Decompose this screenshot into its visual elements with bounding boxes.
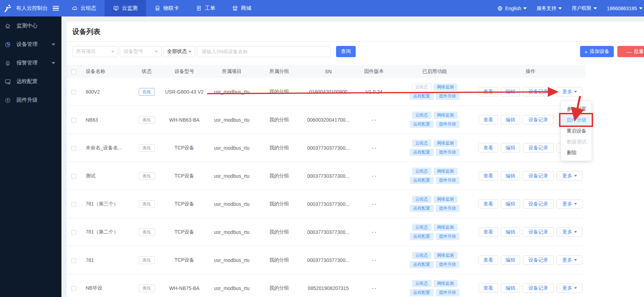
device-record-button[interactable]: 设备记录: [523, 283, 554, 293]
view-button[interactable]: 查看: [479, 115, 498, 124]
tab-cloud[interactable]: 云组态: [63, 0, 105, 16]
device-record-button[interactable]: 设备记录: [523, 199, 554, 209]
edit-button[interactable]: 编辑: [501, 171, 520, 181]
status-filter-select[interactable]: 全部状态: [163, 46, 195, 57]
row-checkbox[interactable]: [71, 258, 76, 263]
firmware-cell: - -: [355, 117, 393, 123]
more-button[interactable]: 更多: [557, 199, 583, 209]
edit-button[interactable]: 编辑: [501, 87, 520, 96]
features-cell: 云组态网络监测远程配置固件升级: [393, 168, 476, 184]
view-button[interactable]: 查看: [479, 199, 498, 209]
more-button[interactable]: 更多: [557, 283, 583, 293]
model-filter-placeholder: 设备型号: [124, 48, 143, 55]
feature-tag-line: 远程配置固件升级: [410, 93, 460, 100]
sidebar-item-home[interactable]: 监测中心: [0, 16, 61, 35]
device-record-button[interactable]: 设备记录: [523, 227, 554, 237]
view-button[interactable]: 查看: [479, 255, 498, 265]
view-button-label: 查看: [484, 145, 493, 151]
view-button[interactable]: 查看: [479, 171, 498, 181]
group-cell: 我的分组: [256, 173, 302, 179]
tab-store[interactable]: 商城: [224, 0, 260, 16]
row-operations: 查看编辑设备记录更多: [476, 283, 585, 293]
edit-button[interactable]: 编辑: [501, 143, 520, 153]
user-permission-menu[interactable]: 用户权限: [572, 5, 597, 12]
row-checkbox[interactable]: [71, 118, 76, 123]
service-support-menu[interactable]: 服务支持: [537, 5, 562, 12]
sidebar: 监测中心设备管理报警管理远程配置固件升级: [0, 16, 61, 297]
feature-tag: 网络监测: [434, 112, 458, 119]
account-menu[interactable]: 18660863185: [607, 6, 643, 11]
status-badge: 离线: [139, 116, 155, 124]
row-checkbox[interactable]: [71, 146, 76, 151]
device-record-button[interactable]: 设备记录: [523, 87, 554, 96]
ops-cell: 查看编辑设备记录更多: [476, 283, 585, 293]
device-record-button[interactable]: 设备记录: [523, 255, 554, 265]
edit-button[interactable]: 编辑: [501, 115, 520, 124]
device-record-button[interactable]: 设备记录: [523, 143, 554, 153]
tab-sim-card[interactable]: 物联卡: [146, 0, 188, 16]
view-button[interactable]: 查看: [479, 283, 498, 293]
feature-tag-line: 远程配置固件升级: [410, 205, 460, 212]
feature-tag: 云组态: [412, 140, 432, 147]
project-filter-select[interactable]: 所有项目: [72, 46, 118, 57]
device-name-cell: 测试: [81, 173, 132, 179]
row-checkbox[interactable]: [71, 286, 76, 291]
tab-monitor[interactable]: 云监测: [105, 0, 146, 16]
view-button[interactable]: 查看: [479, 227, 498, 237]
caret-down-icon: [52, 62, 55, 64]
model-filter-select[interactable]: 设备型号: [120, 46, 162, 57]
device-record-button-label: 设备记录: [528, 173, 548, 179]
row-select-cell: [67, 229, 81, 235]
row-select-cell: [67, 285, 81, 291]
feature-tag: 云组态: [412, 224, 432, 231]
table-row: 781离线TCP设备usr_modbus_rtu我的分组000377303773…: [67, 246, 585, 274]
device-record-button[interactable]: 设备记录: [523, 171, 554, 181]
dropdown-item[interactable]: 固件升级: [561, 115, 591, 126]
row-checkbox[interactable]: [71, 202, 76, 207]
more-button[interactable]: 更多: [557, 87, 583, 96]
search-input[interactable]: [197, 46, 330, 57]
sidebar-item-label: 监测中心: [17, 22, 38, 29]
dropdown-item[interactable]: 重启设备: [561, 126, 591, 136]
sidebar-item-remote-config[interactable]: 远程配置: [0, 72, 61, 91]
firmware-cell: V1.0.24: [355, 89, 393, 95]
service-support-label: 服务支持: [537, 5, 556, 12]
batch-delete-button[interactable]: — 批量删除: [617, 46, 644, 57]
sidebar-item-firmware-upgrade[interactable]: 固件升级: [0, 91, 61, 109]
sn-cell: 00037730377300...: [302, 145, 355, 151]
device-record-button-label: 设备记录: [528, 285, 548, 291]
dropdown-item[interactable]: 参数配置: [561, 104, 591, 115]
language-selector[interactable]: English: [497, 6, 527, 11]
more-button[interactable]: 更多: [557, 255, 583, 265]
view-button[interactable]: 查看: [479, 87, 498, 96]
feature-tag-line: 远程配置固件升级: [410, 261, 460, 268]
more-button[interactable]: 更多: [557, 171, 583, 181]
select-all-checkbox[interactable]: [71, 69, 76, 74]
more-dropdown-menu: 参数配置固件升级重启设备数据调试删除: [561, 101, 592, 161]
row-checkbox[interactable]: [71, 174, 76, 179]
search-button[interactable]: 查询: [336, 46, 356, 57]
view-button[interactable]: 查看: [479, 143, 498, 153]
topbar: 有人云控制台 云组态云监测物联卡工单商城 English 服务支持 用户权限 1…: [0, 0, 644, 16]
more-button[interactable]: 更多: [557, 227, 583, 237]
menu-toggle-icon[interactable]: [53, 6, 59, 11]
table-body: 800V2在线USR-G800-43 V2usr_modbus_rtu我的分组0…: [67, 78, 585, 297]
dropdown-item[interactable]: 删除: [561, 147, 591, 158]
tab-work-order[interactable]: 工单: [188, 0, 224, 16]
sidebar-item-alarm[interactable]: 报警管理: [0, 54, 61, 72]
edit-button[interactable]: 编辑: [501, 255, 520, 265]
feature-tag: 远程配置: [410, 289, 434, 296]
edit-button-label: 编辑: [506, 257, 515, 263]
row-checkbox[interactable]: [71, 90, 76, 95]
add-device-button[interactable]: + 添加设备: [580, 46, 614, 57]
row-checkbox[interactable]: [71, 230, 76, 235]
sidebar-item-pie-chart[interactable]: 设备管理: [0, 35, 61, 54]
usr-person-logo-icon[interactable]: [4, 4, 13, 13]
features-cell: 云组态网络监测远程配置固件升级: [393, 196, 476, 212]
edit-button[interactable]: 编辑: [501, 227, 520, 237]
device-record-button[interactable]: 设备记录: [523, 115, 554, 124]
chevron-down-icon: [574, 203, 577, 205]
feature-tag: 云组态: [412, 196, 432, 203]
edit-button[interactable]: 编辑: [501, 283, 520, 293]
edit-button[interactable]: 编辑: [501, 199, 520, 209]
